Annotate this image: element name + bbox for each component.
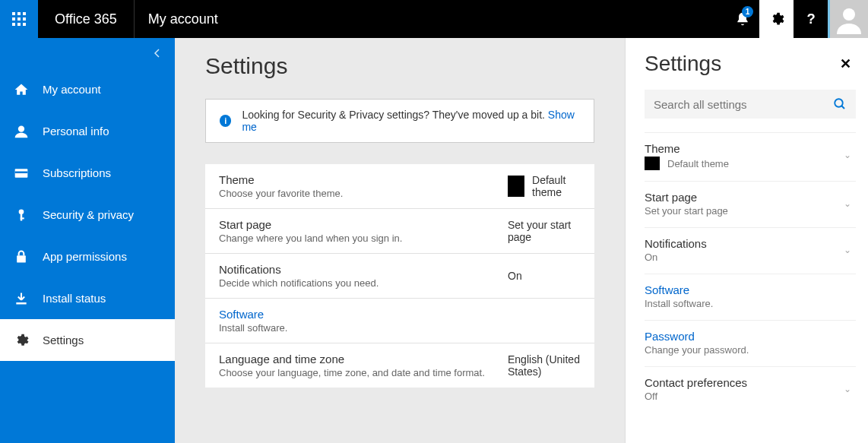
svg-rect-0 [12, 12, 15, 15]
row-desc: Change where you land when you sign in. [219, 233, 508, 244]
panel-group-sub: Change your password. [645, 344, 856, 356]
notifications-button[interactable]: 1 [725, 0, 759, 38]
chevron-left-icon [154, 49, 161, 58]
svg-rect-2 [23, 12, 26, 15]
settings-row-theme[interactable]: Theme Choose your favorite theme. Defaul… [205, 164, 594, 209]
sidebar-item-label: My account [43, 83, 101, 96]
key-icon [14, 207, 29, 223]
search-icon [833, 97, 847, 111]
row-desc: Choose your language, time zone, and dat… [219, 367, 508, 378]
sidebar-collapse-button[interactable] [0, 38, 175, 68]
top-bar: Office 365 My account 1 ? [0, 0, 868, 38]
sidebar-item-label: App permissions [43, 250, 127, 263]
svg-rect-4 [17, 17, 21, 21]
panel-group-sub: Off [645, 391, 856, 402]
row-desc: Decide which notifications you need. [219, 277, 508, 289]
help-icon: ? [803, 11, 819, 27]
panel-group-sub: Install software. [645, 298, 856, 309]
gear-icon [769, 11, 784, 27]
settings-gear-button[interactable] [759, 0, 794, 38]
app-launcher-button[interactable] [0, 0, 38, 38]
chevron-down-icon: ⌄ [844, 150, 851, 160]
svg-point-11 [18, 125, 24, 131]
svg-rect-13 [15, 171, 28, 173]
page-title: My account [135, 11, 232, 27]
sidebar-item-settings[interactable]: Settings [0, 319, 175, 361]
row-title-link[interactable]: Software [219, 308, 508, 321]
panel-group-title: Start page [645, 191, 856, 204]
sidebar-item-personal-info[interactable]: Personal info [0, 110, 175, 152]
row-desc: Choose your favorite theme. [219, 188, 508, 199]
row-title: Start page [219, 218, 508, 231]
svg-rect-8 [23, 23, 26, 26]
person-icon [834, 4, 864, 34]
sidebar: My account Personal info Subscriptions S… [0, 38, 175, 443]
sidebar-item-app-permissions[interactable]: App permissions [0, 236, 175, 277]
settings-row-language[interactable]: Language and time zone Choose your langu… [205, 343, 594, 388]
settings-flyout-panel: Settings ✕ Theme Default theme ⌄ Start p… [625, 38, 868, 443]
sidebar-item-label: Personal info [43, 125, 109, 138]
theme-swatch [508, 176, 524, 197]
card-icon [14, 166, 29, 181]
main-heading: Settings [205, 53, 594, 79]
sidebar-item-security[interactable]: Security & privacy [0, 194, 175, 236]
panel-group-notifications[interactable]: Notifications On ⌄ [645, 227, 856, 274]
settings-search-input[interactable] [654, 98, 833, 111]
main-content: Settings i Looking for Security & Privac… [175, 38, 625, 443]
panel-group-title-link[interactable]: Software [645, 283, 856, 296]
settings-list: Theme Choose your favorite theme. Defaul… [205, 164, 594, 388]
row-value: On [508, 270, 522, 282]
row-value: Set your start page [508, 219, 581, 243]
panel-group-theme[interactable]: Theme Default theme ⌄ [645, 132, 856, 181]
notification-badge: 1 [742, 6, 753, 17]
info-notice: i Looking for Security & Privacy setting… [205, 99, 594, 143]
panel-group-start-page[interactable]: Start page Set your start page ⌄ [645, 181, 856, 227]
panel-group-software[interactable]: Software Install software. [645, 274, 856, 320]
profile-avatar[interactable] [830, 0, 868, 38]
sidebar-item-label: Settings [43, 334, 84, 346]
panel-close-button[interactable]: ✕ [835, 52, 856, 75]
svg-rect-6 [12, 23, 15, 26]
svg-line-20 [841, 106, 844, 109]
settings-row-notifications[interactable]: Notifications Decide which notifications… [205, 254, 594, 299]
row-title: Language and time zone [219, 353, 508, 365]
svg-point-19 [835, 99, 843, 107]
svg-rect-7 [17, 23, 21, 26]
panel-heading: Settings [645, 52, 721, 76]
panel-group-title: Theme [645, 142, 856, 155]
svg-text:?: ? [806, 11, 815, 27]
svg-rect-5 [23, 17, 26, 21]
sidebar-item-my-account[interactable]: My account [0, 68, 175, 110]
download-icon [14, 291, 29, 306]
panel-group-sub: On [645, 252, 856, 263]
row-title: Notifications [219, 263, 508, 276]
svg-point-10 [843, 8, 855, 21]
settings-row-start-page[interactable]: Start page Change where you land when yo… [205, 209, 594, 254]
panel-group-title: Contact preferences [645, 376, 856, 389]
sidebar-item-label: Security & privacy [43, 208, 134, 221]
panel-group-title-link[interactable]: Password [645, 330, 856, 343]
home-icon [14, 82, 29, 97]
info-icon: i [220, 115, 231, 127]
panel-group-title: Notifications [645, 237, 856, 250]
panel-group-password[interactable]: Password Change your password. [645, 320, 856, 366]
svg-rect-3 [12, 17, 15, 21]
person-icon [14, 124, 29, 139]
help-button[interactable]: ? [794, 0, 828, 38]
sidebar-item-subscriptions[interactable]: Subscriptions [0, 152, 175, 194]
chevron-down-icon: ⌄ [844, 384, 851, 394]
brand-label[interactable]: Office 365 [38, 0, 135, 38]
svg-rect-16 [21, 217, 24, 219]
settings-search-box[interactable] [645, 90, 856, 119]
chevron-down-icon: ⌄ [844, 198, 851, 209]
svg-rect-1 [17, 12, 21, 15]
waffle-icon [12, 12, 26, 26]
settings-row-software[interactable]: Software Install software. [205, 299, 594, 343]
row-value: English (United States) [508, 353, 581, 378]
sidebar-item-label: Install status [43, 292, 106, 305]
sidebar-item-label: Subscriptions [43, 166, 111, 179]
panel-group-contact-preferences[interactable]: Contact preferences Off ⌄ [645, 366, 856, 413]
lock-icon [14, 249, 29, 264]
row-desc: Install software. [219, 322, 508, 334]
sidebar-item-install-status[interactable]: Install status [0, 277, 175, 319]
